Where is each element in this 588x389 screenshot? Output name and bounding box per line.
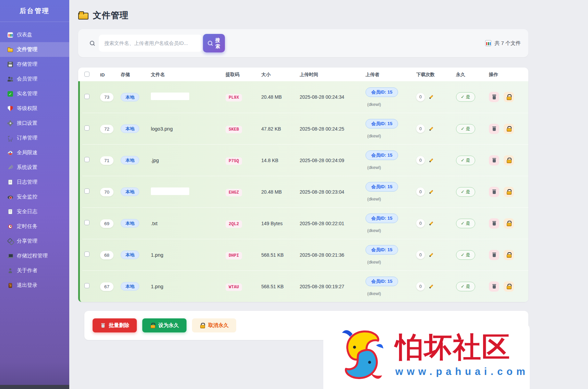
edit-pencil-icon[interactable] xyxy=(429,94,434,100)
sidebar-item-storage[interactable]: 存储管理 xyxy=(0,57,69,72)
edit-pencil-icon[interactable] xyxy=(429,158,434,163)
row-checkbox[interactable] xyxy=(84,189,89,194)
edit-pencil-icon[interactable] xyxy=(429,189,434,195)
sidebar-item-speed-limit[interactable]: 全局限速 xyxy=(0,145,69,160)
toggle-permanent-button[interactable] xyxy=(504,281,514,292)
member-id-badge: 会员ID: 15 xyxy=(365,214,398,223)
sidebar-item-label: 会员管理 xyxy=(17,76,37,82)
select-all-checkbox[interactable] xyxy=(84,72,89,77)
laptop-icon xyxy=(8,253,13,259)
edit-pencil-icon[interactable] xyxy=(429,284,434,289)
trash-icon xyxy=(491,189,497,195)
edit-pencil-icon[interactable] xyxy=(429,126,434,132)
lock-icon xyxy=(506,126,512,132)
edit-pencil-icon[interactable] xyxy=(429,221,434,226)
watermark-site: www.pahuai.com xyxy=(395,366,529,377)
sidebar-item-security-monitor[interactable]: 安全监控 xyxy=(0,190,69,204)
table-body: 73 本地 PL9X 20.48 MB 2025-08-28 00:24:34 … xyxy=(78,81,528,302)
delete-file-button[interactable] xyxy=(489,187,499,197)
table-row: 73 本地 PL9X 20.48 MB 2025-08-28 00:24:34 … xyxy=(82,81,528,113)
toggle-permanent-button[interactable] xyxy=(504,124,514,134)
search-button-label: 搜索 xyxy=(215,37,220,49)
sidebar-item-shares[interactable]: 分享管理 xyxy=(0,234,69,248)
file-size: 568.51 KB xyxy=(259,284,298,289)
row-checkbox[interactable] xyxy=(84,94,89,99)
sidebar-item-logout[interactable]: 退出登录 xyxy=(0,278,69,293)
delete-file-button[interactable] xyxy=(489,250,499,260)
bulk-delete-button[interactable]: 批量删除 xyxy=(93,318,137,332)
member-id-badge: 会员ID: 15 xyxy=(365,150,398,160)
toggle-permanent-button[interactable] xyxy=(504,92,514,102)
watermark: 怕坏社区 www.pahuai.com xyxy=(323,323,530,389)
search-input[interactable] xyxy=(99,35,202,52)
delete-file-button[interactable] xyxy=(489,92,499,102)
wrench-icon xyxy=(8,165,13,170)
file-id-badge: 71 xyxy=(100,156,113,165)
toggle-permanent-button[interactable] xyxy=(504,218,514,229)
sidebar-item-files[interactable]: 文件管理 xyxy=(0,42,69,57)
sidebar-item-orders[interactable]: 订单管理 xyxy=(0,131,69,145)
storage-badge: 本地 xyxy=(121,251,139,259)
trash-icon xyxy=(491,284,497,289)
extraction-code-badge: DHPI xyxy=(226,252,242,259)
folder-icon xyxy=(78,11,88,20)
file-size: 20.48 MB xyxy=(259,189,298,195)
sidebar-item-label: 实名管理 xyxy=(17,90,37,97)
sidebar-item-api-settings[interactable]: 接口设置 xyxy=(0,116,69,131)
row-checkbox[interactable] xyxy=(84,252,89,257)
door-icon xyxy=(9,283,12,288)
member-id-badge: 会员ID: 15 xyxy=(365,245,398,255)
toggle-permanent-button[interactable] xyxy=(504,250,514,260)
sidebar-item-cron-tasks[interactable]: 定时任务 xyxy=(0,219,69,234)
sidebar-item-security-logs[interactable]: 安全日志 xyxy=(0,204,69,219)
permanent-badge: ✓ 是 xyxy=(456,92,475,102)
cancel-permanent-label: 取消永久 xyxy=(208,322,229,329)
row-checkbox[interactable] xyxy=(84,157,89,162)
upload-time: 2025-08-28 00:22:01 xyxy=(298,221,363,226)
sidebar-item-realname[interactable]: 实名管理 xyxy=(0,86,69,101)
upload-time: 2025-08-28 00:24:34 xyxy=(298,94,363,100)
row-checkbox[interactable] xyxy=(84,220,89,225)
sidebar-item-logs[interactable]: 日志管理 xyxy=(0,175,69,190)
realname-icon xyxy=(8,91,13,97)
upload-time: 2025-08-28 00:19:27 xyxy=(298,284,363,289)
storage-icon xyxy=(8,62,13,67)
search-icon xyxy=(89,40,95,46)
file-id-badge: 73 xyxy=(100,93,113,101)
table-row: 69 本地 .txt 2QL2 149 Bytes 2025-08-28 00:… xyxy=(82,207,528,239)
column-header: 操作 xyxy=(487,72,528,78)
sidebar-item-members[interactable]: 会员管理 xyxy=(0,72,69,86)
permanent-badge: ✓ 是 xyxy=(456,250,475,260)
download-count: 0 xyxy=(416,187,425,196)
search-button[interactable]: 搜索 xyxy=(203,34,225,52)
sidebar-item-about-author[interactable]: 关于作者 xyxy=(0,263,69,278)
set-permanent-button[interactable]: 设为永久 xyxy=(142,318,187,332)
sidebar-item-level-permission[interactable]: 等级权限 xyxy=(0,101,69,116)
sidebar-item-label: 定时任务 xyxy=(17,223,37,230)
delete-file-button[interactable] xyxy=(489,124,499,134)
delete-file-button[interactable] xyxy=(489,155,499,166)
lock-icon xyxy=(506,158,512,163)
file-size: 149 Bytes xyxy=(259,221,298,226)
row-checkbox[interactable] xyxy=(84,283,89,288)
cancel-permanent-button[interactable]: 取消永久 xyxy=(192,318,236,332)
search-icon xyxy=(207,40,213,46)
trash-icon xyxy=(491,158,497,163)
member-id-badge: 会员ID: 15 xyxy=(365,119,398,129)
row-checkbox[interactable] xyxy=(84,125,89,131)
sidebar-item-system-settings[interactable]: 系统设置 xyxy=(0,160,69,175)
delete-file-button[interactable] xyxy=(489,218,499,229)
permanent-badge: ✓ 是 xyxy=(456,282,475,291)
table-row: 72 本地 logo3.png SKEB 47.82 KB 2025-08-28… xyxy=(82,113,528,144)
toggle-permanent-button[interactable] xyxy=(504,155,514,166)
file-count: 共 7 个文件 xyxy=(485,40,521,47)
toggle-permanent-button[interactable] xyxy=(504,187,514,197)
delete-file-button[interactable] xyxy=(489,281,499,292)
file-name: logo3.png xyxy=(151,126,173,132)
edit-pencil-icon[interactable] xyxy=(429,252,434,258)
sidebar-item-dashboard[interactable]: 仪表盘 xyxy=(0,27,69,42)
file-size: 568.51 KB xyxy=(259,252,298,258)
sidebar-item-label: 关于作者 xyxy=(17,267,37,274)
set-permanent-label: 设为永久 xyxy=(158,322,179,329)
sidebar-item-stored-procedures[interactable]: 存储过程管理 xyxy=(0,248,69,263)
